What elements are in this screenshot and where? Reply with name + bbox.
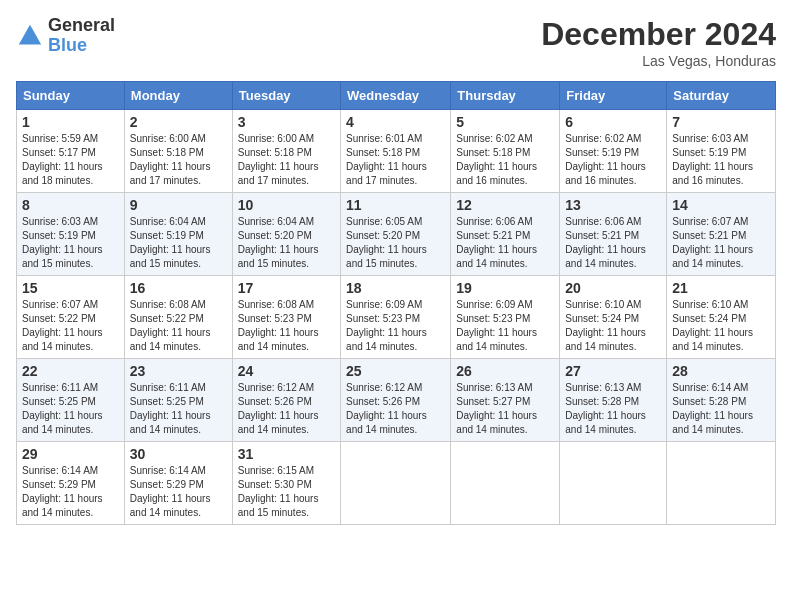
cell-info: Sunrise: 6:14 AMSunset: 5:29 PMDaylight:… [22, 464, 119, 520]
calendar-cell: 8Sunrise: 6:03 AMSunset: 5:19 PMDaylight… [17, 193, 125, 276]
cell-info: Sunrise: 6:13 AMSunset: 5:27 PMDaylight:… [456, 381, 554, 437]
day-number: 8 [22, 197, 119, 213]
day-number: 12 [456, 197, 554, 213]
calendar-cell: 4Sunrise: 6:01 AMSunset: 5:18 PMDaylight… [341, 110, 451, 193]
weekday-header-wednesday: Wednesday [341, 82, 451, 110]
calendar-week-row: 22Sunrise: 6:11 AMSunset: 5:25 PMDayligh… [17, 359, 776, 442]
cell-info: Sunrise: 6:04 AMSunset: 5:19 PMDaylight:… [130, 215, 227, 271]
calendar-cell: 28Sunrise: 6:14 AMSunset: 5:28 PMDayligh… [667, 359, 776, 442]
day-number: 9 [130, 197, 227, 213]
logo: General Blue [16, 16, 115, 56]
day-number: 5 [456, 114, 554, 130]
day-number: 18 [346, 280, 445, 296]
day-number: 19 [456, 280, 554, 296]
cell-info: Sunrise: 6:02 AMSunset: 5:19 PMDaylight:… [565, 132, 661, 188]
day-number: 1 [22, 114, 119, 130]
calendar-cell [451, 442, 560, 525]
day-number: 2 [130, 114, 227, 130]
cell-info: Sunrise: 6:08 AMSunset: 5:23 PMDaylight:… [238, 298, 335, 354]
calendar-cell: 11Sunrise: 6:05 AMSunset: 5:20 PMDayligh… [341, 193, 451, 276]
cell-info: Sunrise: 6:00 AMSunset: 5:18 PMDaylight:… [238, 132, 335, 188]
day-number: 27 [565, 363, 661, 379]
calendar-week-row: 15Sunrise: 6:07 AMSunset: 5:22 PMDayligh… [17, 276, 776, 359]
weekday-header-thursday: Thursday [451, 82, 560, 110]
calendar-week-row: 29Sunrise: 6:14 AMSunset: 5:29 PMDayligh… [17, 442, 776, 525]
cell-info: Sunrise: 6:12 AMSunset: 5:26 PMDaylight:… [346, 381, 445, 437]
calendar-cell: 9Sunrise: 6:04 AMSunset: 5:19 PMDaylight… [124, 193, 232, 276]
day-number: 31 [238, 446, 335, 462]
day-number: 13 [565, 197, 661, 213]
logo-text: General Blue [48, 16, 115, 56]
calendar-cell: 18Sunrise: 6:09 AMSunset: 5:23 PMDayligh… [341, 276, 451, 359]
calendar-cell: 22Sunrise: 6:11 AMSunset: 5:25 PMDayligh… [17, 359, 125, 442]
calendar-cell: 5Sunrise: 6:02 AMSunset: 5:18 PMDaylight… [451, 110, 560, 193]
day-number: 14 [672, 197, 770, 213]
weekday-header-friday: Friday [560, 82, 667, 110]
day-number: 17 [238, 280, 335, 296]
day-number: 29 [22, 446, 119, 462]
cell-info: Sunrise: 6:10 AMSunset: 5:24 PMDaylight:… [672, 298, 770, 354]
calendar-cell: 2Sunrise: 6:00 AMSunset: 5:18 PMDaylight… [124, 110, 232, 193]
calendar-cell: 31Sunrise: 6:15 AMSunset: 5:30 PMDayligh… [232, 442, 340, 525]
cell-info: Sunrise: 5:59 AMSunset: 5:17 PMDaylight:… [22, 132, 119, 188]
weekday-header-saturday: Saturday [667, 82, 776, 110]
day-number: 6 [565, 114, 661, 130]
cell-info: Sunrise: 6:13 AMSunset: 5:28 PMDaylight:… [565, 381, 661, 437]
day-number: 11 [346, 197, 445, 213]
calendar-cell: 25Sunrise: 6:12 AMSunset: 5:26 PMDayligh… [341, 359, 451, 442]
cell-info: Sunrise: 6:07 AMSunset: 5:22 PMDaylight:… [22, 298, 119, 354]
cell-info: Sunrise: 6:07 AMSunset: 5:21 PMDaylight:… [672, 215, 770, 271]
calendar-cell: 7Sunrise: 6:03 AMSunset: 5:19 PMDaylight… [667, 110, 776, 193]
calendar-cell: 21Sunrise: 6:10 AMSunset: 5:24 PMDayligh… [667, 276, 776, 359]
day-number: 21 [672, 280, 770, 296]
cell-info: Sunrise: 6:14 AMSunset: 5:28 PMDaylight:… [672, 381, 770, 437]
cell-info: Sunrise: 6:09 AMSunset: 5:23 PMDaylight:… [346, 298, 445, 354]
weekday-header-row: SundayMondayTuesdayWednesdayThursdayFrid… [17, 82, 776, 110]
day-number: 7 [672, 114, 770, 130]
cell-info: Sunrise: 6:11 AMSunset: 5:25 PMDaylight:… [130, 381, 227, 437]
cell-info: Sunrise: 6:03 AMSunset: 5:19 PMDaylight:… [672, 132, 770, 188]
day-number: 28 [672, 363, 770, 379]
calendar-week-row: 8Sunrise: 6:03 AMSunset: 5:19 PMDaylight… [17, 193, 776, 276]
calendar-cell: 30Sunrise: 6:14 AMSunset: 5:29 PMDayligh… [124, 442, 232, 525]
weekday-header-tuesday: Tuesday [232, 82, 340, 110]
cell-info: Sunrise: 6:01 AMSunset: 5:18 PMDaylight:… [346, 132, 445, 188]
day-number: 25 [346, 363, 445, 379]
calendar-cell [667, 442, 776, 525]
calendar-table: SundayMondayTuesdayWednesdayThursdayFrid… [16, 81, 776, 525]
day-number: 30 [130, 446, 227, 462]
calendar-cell: 24Sunrise: 6:12 AMSunset: 5:26 PMDayligh… [232, 359, 340, 442]
day-number: 23 [130, 363, 227, 379]
day-number: 3 [238, 114, 335, 130]
calendar-cell: 16Sunrise: 6:08 AMSunset: 5:22 PMDayligh… [124, 276, 232, 359]
cell-info: Sunrise: 6:06 AMSunset: 5:21 PMDaylight:… [456, 215, 554, 271]
day-number: 10 [238, 197, 335, 213]
calendar-cell: 15Sunrise: 6:07 AMSunset: 5:22 PMDayligh… [17, 276, 125, 359]
cell-info: Sunrise: 6:04 AMSunset: 5:20 PMDaylight:… [238, 215, 335, 271]
cell-info: Sunrise: 6:14 AMSunset: 5:29 PMDaylight:… [130, 464, 227, 520]
svg-marker-0 [19, 25, 41, 45]
day-number: 26 [456, 363, 554, 379]
calendar-cell: 1Sunrise: 5:59 AMSunset: 5:17 PMDaylight… [17, 110, 125, 193]
calendar-cell: 12Sunrise: 6:06 AMSunset: 5:21 PMDayligh… [451, 193, 560, 276]
logo-icon [16, 22, 44, 50]
cell-info: Sunrise: 6:05 AMSunset: 5:20 PMDaylight:… [346, 215, 445, 271]
calendar-cell: 29Sunrise: 6:14 AMSunset: 5:29 PMDayligh… [17, 442, 125, 525]
day-number: 4 [346, 114, 445, 130]
calendar-week-row: 1Sunrise: 5:59 AMSunset: 5:17 PMDaylight… [17, 110, 776, 193]
calendar-cell: 27Sunrise: 6:13 AMSunset: 5:28 PMDayligh… [560, 359, 667, 442]
calendar-cell: 3Sunrise: 6:00 AMSunset: 5:18 PMDaylight… [232, 110, 340, 193]
day-number: 15 [22, 280, 119, 296]
logo-general: General [48, 16, 115, 36]
day-number: 24 [238, 363, 335, 379]
cell-info: Sunrise: 6:12 AMSunset: 5:26 PMDaylight:… [238, 381, 335, 437]
cell-info: Sunrise: 6:00 AMSunset: 5:18 PMDaylight:… [130, 132, 227, 188]
cell-info: Sunrise: 6:09 AMSunset: 5:23 PMDaylight:… [456, 298, 554, 354]
cell-info: Sunrise: 6:10 AMSunset: 5:24 PMDaylight:… [565, 298, 661, 354]
calendar-cell: 14Sunrise: 6:07 AMSunset: 5:21 PMDayligh… [667, 193, 776, 276]
day-number: 22 [22, 363, 119, 379]
logo-blue: Blue [48, 36, 115, 56]
calendar-cell: 23Sunrise: 6:11 AMSunset: 5:25 PMDayligh… [124, 359, 232, 442]
calendar-cell: 10Sunrise: 6:04 AMSunset: 5:20 PMDayligh… [232, 193, 340, 276]
cell-info: Sunrise: 6:06 AMSunset: 5:21 PMDaylight:… [565, 215, 661, 271]
